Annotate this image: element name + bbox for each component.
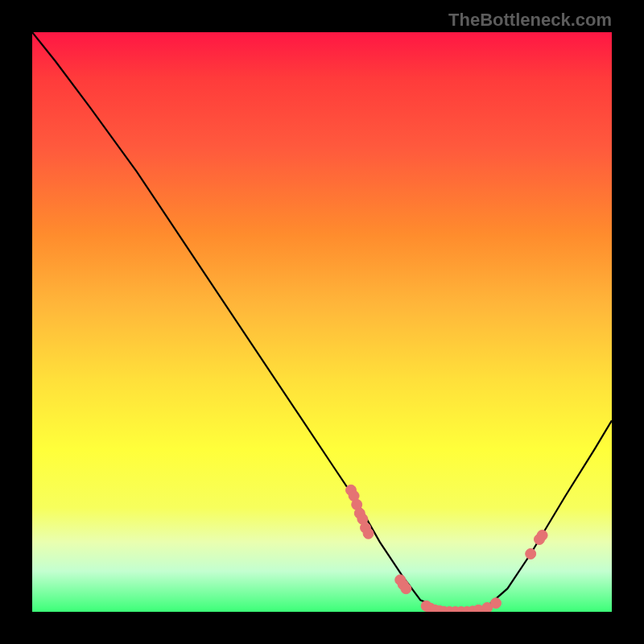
data-marker <box>401 584 411 594</box>
data-markers <box>346 485 548 612</box>
data-marker <box>491 598 502 609</box>
data-marker <box>526 549 536 559</box>
data-marker <box>537 530 547 540</box>
watermark: TheBottleneck.com <box>448 10 612 31</box>
curve-overlay <box>32 32 612 612</box>
data-marker <box>363 528 374 539</box>
bottleneck-curve <box>32 32 612 612</box>
chart-container: TheBottleneck.com <box>0 0 644 644</box>
